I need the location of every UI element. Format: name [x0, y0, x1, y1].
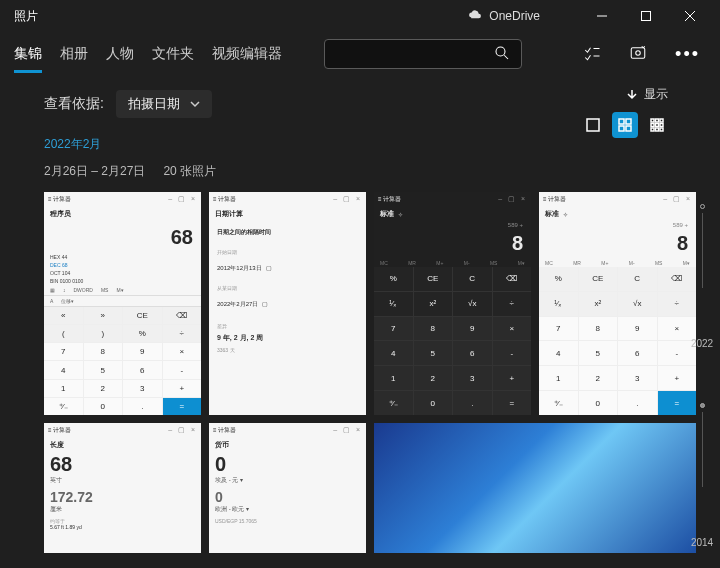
show-toggle[interactable]: 显示: [626, 86, 668, 103]
minimize-button[interactable]: [580, 0, 624, 32]
select-icon[interactable]: [583, 44, 601, 65]
svg-rect-13: [656, 124, 659, 127]
svg-rect-0: [642, 12, 651, 21]
layout-grid-medium[interactable]: [612, 112, 638, 138]
content-area: 显示 查看依据: 拍摄日期 2022年2月 2月26日 – 2月27日 20 张…: [0, 76, 720, 553]
svg-rect-16: [656, 128, 659, 131]
photo-thumb[interactable]: [374, 423, 696, 553]
svg-rect-9: [651, 119, 654, 122]
svg-point-1: [496, 47, 505, 56]
viewby-label: 查看依据:: [44, 95, 104, 113]
close-button[interactable]: [668, 0, 712, 32]
photo-thumb[interactable]: ≡ 计算器– ▢ × 标准✧ 589 + 8 MCMRM+M-MSM▾ %CEC…: [539, 192, 696, 415]
photo-thumb[interactable]: ≡ 计算器– ▢ × 货币 0 埃及 - 元 ▾ 0 欧洲 - 欧元 ▾ USD…: [209, 423, 366, 553]
timeline-rail[interactable]: 2022 2014: [690, 200, 714, 558]
svg-rect-7: [619, 126, 624, 131]
photo-count: 20 张照片: [163, 163, 216, 180]
tab-collection[interactable]: 集锦: [14, 41, 42, 67]
viewby-dropdown[interactable]: 拍摄日期: [116, 90, 212, 118]
viewby-value: 拍摄日期: [128, 95, 180, 113]
onedrive-status[interactable]: OneDrive: [467, 9, 540, 23]
tab-video-editor[interactable]: 视频编辑器: [212, 41, 282, 67]
svg-point-3: [636, 50, 641, 55]
tab-people[interactable]: 人物: [106, 41, 134, 67]
svg-rect-8: [626, 126, 631, 131]
photo-thumb[interactable]: ≡ 计算器– ▢ × 日期计算 日期之间的相隔时间 开始日期 2012年12月1…: [209, 192, 366, 415]
search-input[interactable]: [324, 39, 522, 69]
show-label: 显示: [644, 86, 668, 103]
app-title: 照片: [14, 8, 38, 25]
titlebar: 照片 OneDrive: [0, 0, 720, 32]
tab-folders[interactable]: 文件夹: [152, 41, 194, 67]
svg-rect-6: [626, 119, 631, 124]
svg-rect-10: [656, 119, 659, 122]
photo-thumb[interactable]: ≡ 计算器– ▢ × 标准✧ 589 + 8 MCMRM+M-MSM▾ %CEC…: [374, 192, 531, 415]
calc-keys: «»CE⌫()%÷789×456-123+⁺⁄₋0.=: [44, 307, 201, 415]
calc-keys: %CEC⌫¹⁄ₓx²√x÷789×456-123+⁺⁄₋0.=: [539, 267, 696, 415]
chevron-down-icon: [190, 99, 200, 109]
svg-rect-14: [660, 124, 663, 127]
photo-thumb[interactable]: ≡ 计算器– ▢ × 长度 68 英寸 172.72 厘米 约等于 5.67 f…: [44, 423, 201, 553]
svg-rect-4: [587, 119, 599, 131]
onedrive-label: OneDrive: [489, 9, 540, 23]
svg-rect-5: [619, 119, 624, 124]
calc-keys: %CEC⌫¹⁄ₓx²√x÷789×456-123+⁺⁄₋0.=: [374, 267, 531, 415]
svg-rect-12: [651, 124, 654, 127]
cloud-icon: [467, 9, 483, 23]
import-icon[interactable]: [629, 44, 647, 65]
layout-single[interactable]: [580, 112, 606, 138]
svg-rect-15: [651, 128, 654, 131]
tab-album[interactable]: 相册: [60, 41, 88, 67]
search-icon: [493, 44, 511, 65]
svg-rect-11: [660, 119, 663, 122]
layout-grid-small[interactable]: [644, 112, 670, 138]
rail-year: 2022: [691, 338, 713, 349]
navbar: 集锦 相册 人物 文件夹 视频编辑器 •••: [0, 32, 720, 76]
photo-thumb[interactable]: ≡ 计算器– ▢ × 程序员 68 HEX 44 DEC 68 OCT 104 …: [44, 192, 201, 415]
nav-tabs: 集锦 相册 人物 文件夹 视频编辑器: [14, 41, 282, 67]
maximize-button[interactable]: [624, 0, 668, 32]
svg-rect-17: [660, 128, 663, 131]
svg-rect-2: [631, 47, 645, 58]
date-range: 2月26日 – 2月27日: [44, 163, 145, 180]
rail-year: 2014: [691, 537, 713, 548]
more-button[interactable]: •••: [675, 44, 700, 65]
month-header[interactable]: 2022年2月: [44, 136, 682, 153]
